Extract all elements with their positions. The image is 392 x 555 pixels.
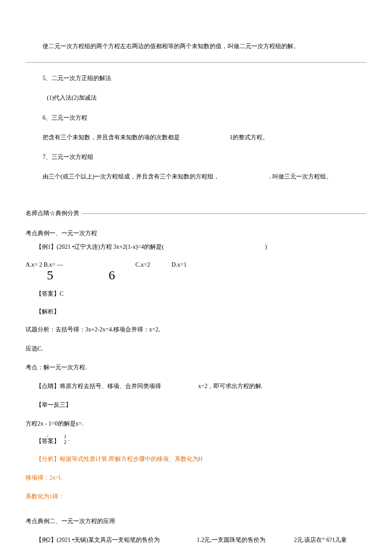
dianjing-a: 【点睛】将原方程去括号、移项、合并同类项得 [36,383,161,389]
fenxi-text: 【分析】根据等式性质计算,即解方程步骤中的移项、系数化为H [36,456,203,462]
body-text: . 叫做三元一次方程组。 [269,173,332,180]
body-text: 由三个(或三个以上)一次方程组成，并且含有三个未知数的方程组， [43,173,219,180]
choice-ab: A.x= 2 B.x= — [26,261,63,269]
body-text: 1的整式方程。 [230,134,268,141]
mark-symbol: 」 [46,431,51,437]
example1-question: 【例1】(2021 •辽宁大连)方程 3x+2(1-x)=4的解是( [36,244,164,250]
body-text: 使二元一次方程组的两个方程左右两边的值都相等的两个未知数的值，叫做二元一次方程组… [43,43,299,49]
analysis-text: 应选C. [26,345,43,352]
section-label: 名师点睛☆典例分类 [26,210,82,217]
paren-close: ) [265,244,267,250]
example2-c: 2元.该店在“ 6?1儿童 [294,537,347,543]
analysis-text: 试题分析：去括号得：3x+2-2x=4.移项合并得：x=2, [26,326,160,333]
frac-bot: 2 [64,440,66,445]
juyifansan-label: 【举一反三】 [36,402,72,408]
divider [26,62,366,63]
example2-a: 【例2】(2021 •无锡)某文具店一支铅笔的售价为 [36,537,160,543]
period: . [68,436,70,442]
yixiang-text: 移项得：2x=l. [26,474,62,481]
answer2-label: 【答案】 [36,437,60,445]
heading-5: 5、二元一次方正组的解法 [43,75,111,81]
example-title: 考点典例一、一元一次方程 [26,230,97,236]
example2-b: 1.2元,一支圆珠笔的售价为 [197,537,265,543]
dianjing-b: x=2，即可求出方程的解. [198,383,262,389]
answer-label: 【答案】C [36,290,63,297]
analysis-label: 【解析】 [36,308,60,315]
xishu-text: 系数化为1得： [26,493,64,500]
choice-d: D.x=1 [171,261,187,269]
heading-7: 7、三元一次方程组 [43,154,93,160]
choice-c: C.x=2 [135,261,150,269]
section-header: 名师点睛☆典例分类 [26,210,366,217]
body-text: 把含有三个未知数，并且含有未知数的项的次数都是 [43,134,180,141]
section-rule [82,213,366,214]
answer-fraction: 1 2 [64,434,66,445]
kaodian-text: 考点：解一元一次方程. [26,364,87,371]
heading-6: 6、三元一次方程 [43,115,87,121]
fraction-a: 5 [47,269,53,282]
example2-title: 考点典例二、一元一次方程的应用 [26,518,115,524]
frac-top: 1 [64,434,66,440]
fraction-b: 6 [109,269,115,282]
equation-text: 方程2x - 1=0的解是x=. [26,420,84,427]
body-text: (1)代入法(2)加减法 [47,95,97,101]
